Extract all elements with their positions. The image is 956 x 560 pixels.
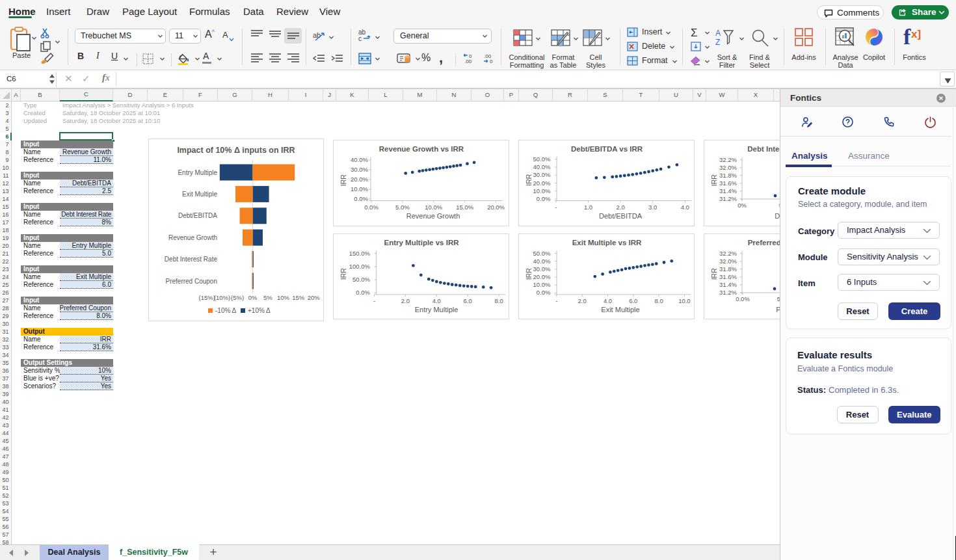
svg-text:50.0%: 50.0% <box>352 276 370 283</box>
svg-text:-: - <box>555 204 557 211</box>
svg-text:0.0%: 0.0% <box>537 195 551 202</box>
svg-text:Entry Multiple: Entry Multiple <box>415 306 458 313</box>
svg-text:40.0%: 40.0% <box>351 156 368 163</box>
svg-text:+10% Δ: +10% Δ <box>248 307 271 314</box>
svg-text:20%: 20% <box>308 294 321 301</box>
svg-text:2.0: 2.0 <box>616 204 624 211</box>
svg-text:5%: 5% <box>263 294 272 301</box>
svg-text:Revenue Growth vs IRR: Revenue Growth vs IRR <box>379 145 464 153</box>
svg-text:Revenue Growth: Revenue Growth <box>406 212 460 220</box>
svg-text:20.0%: 20.0% <box>487 204 505 211</box>
svg-text:c: c <box>358 35 362 42</box>
svg-text:50.0%: 50.0% <box>533 155 551 163</box>
svg-text:0.0%: 0.0% <box>537 289 551 296</box>
svg-text:31.4%: 31.4% <box>719 281 737 288</box>
svg-text:Z: Z <box>715 38 720 47</box>
svg-text:150.0%: 150.0% <box>349 250 371 257</box>
svg-text:A: A <box>715 29 721 38</box>
svg-text:15%: 15% <box>292 294 305 301</box>
svg-text:10.0%: 10.0% <box>351 185 368 193</box>
svg-text:IRR: IRR <box>710 268 718 280</box>
svg-text:10%: 10% <box>277 294 290 301</box>
svg-text:Debt Interest Rate vs IRR: Debt Interest Rate vs IRR <box>747 145 780 153</box>
svg-text:Entry Multiple: Entry Multiple <box>178 169 217 176</box>
svg-text:IRR: IRR <box>710 174 718 187</box>
svg-text:Exit Multiple vs IRR: Exit Multiple vs IRR <box>572 239 642 247</box>
svg-text:32.2%: 32.2% <box>719 250 737 257</box>
svg-text:31.4%: 31.4% <box>719 187 737 194</box>
svg-text:31.2%: 31.2% <box>719 195 737 202</box>
svg-text:32.2%: 32.2% <box>719 156 737 163</box>
svg-text:5.0%: 5.0% <box>395 204 410 211</box>
svg-text:32.0%: 32.0% <box>719 258 737 265</box>
svg-text:10.0%: 10.0% <box>533 281 551 288</box>
svg-text:0%: 0% <box>737 202 747 209</box>
svg-text:31.8%: 31.8% <box>719 265 737 273</box>
svg-text:Debt Interest Rate: Debt Interest Rate <box>165 256 218 263</box>
svg-text:20.0%: 20.0% <box>533 273 551 280</box>
svg-text:0.0%: 0.0% <box>736 295 750 302</box>
svg-text:1.0: 1.0 <box>584 204 592 211</box>
svg-text:6.0: 6.0 <box>464 297 472 304</box>
svg-text:Entry Multiple vs IRR: Entry Multiple vs IRR <box>384 239 459 247</box>
svg-text:0: 0 <box>490 59 493 64</box>
svg-text:(15%): (15%) <box>199 294 215 301</box>
svg-text:10.0%: 10.0% <box>425 204 442 211</box>
svg-text:Debt/EBITDA vs IRR: Debt/EBITDA vs IRR <box>571 145 643 153</box>
svg-text:IRR: IRR <box>525 268 533 280</box>
svg-text:Revenue Growth: Revenue Growth <box>168 234 217 241</box>
svg-text:2.0: 2.0 <box>578 297 587 304</box>
svg-text:50.0%: 50.0% <box>533 250 551 257</box>
svg-text:(5%): (5%) <box>231 294 244 301</box>
svg-text:2.0: 2.0 <box>401 297 410 304</box>
svg-text:4.0: 4.0 <box>604 297 612 304</box>
svg-text:Exit Multiple: Exit Multiple <box>601 306 639 313</box>
svg-text:31.2%: 31.2% <box>719 289 737 296</box>
svg-text:IRR: IRR <box>525 174 533 186</box>
svg-text:-: - <box>555 297 557 304</box>
svg-text:6.0: 6.0 <box>629 297 637 304</box>
svg-text:10.0%: 10.0% <box>533 187 551 194</box>
svg-text:31.8%: 31.8% <box>719 172 737 179</box>
svg-text:IRR: IRR <box>339 174 347 187</box>
svg-text:0%: 0% <box>248 294 258 301</box>
svg-text:40.0%: 40.0% <box>533 163 551 170</box>
svg-text:Impact of 10% Δ inputs on IRR: Impact of 10% Δ inputs on IRR <box>177 146 295 155</box>
svg-text:30.0%: 30.0% <box>533 265 551 273</box>
svg-text:30.0%: 30.0% <box>351 166 368 173</box>
svg-text:20.0%: 20.0% <box>533 180 551 187</box>
svg-text:30.0%: 30.0% <box>533 171 551 178</box>
svg-text:ab: ab <box>313 31 321 39</box>
svg-text:Exit Multiple: Exit Multiple <box>182 191 217 198</box>
svg-text:Preferred Coupon vs IRR: Preferred Coupon vs IRR <box>748 239 780 247</box>
svg-text:31.6%: 31.6% <box>719 273 737 280</box>
svg-text:0.0%: 0.0% <box>364 204 378 211</box>
svg-text:0.0%: 0.0% <box>354 195 368 202</box>
svg-text:4.0: 4.0 <box>681 204 689 211</box>
svg-text:-: - <box>373 297 375 304</box>
svg-text:40.0%: 40.0% <box>533 258 551 265</box>
svg-text:Debt/EBITDA: Debt/EBITDA <box>178 212 217 219</box>
svg-text:10.0: 10.0 <box>678 297 691 304</box>
svg-text:IRR: IRR <box>339 268 347 280</box>
svg-text:15.0%: 15.0% <box>456 204 473 211</box>
svg-text:100.0%: 100.0% <box>349 263 371 270</box>
svg-text:8.0: 8.0 <box>494 297 503 304</box>
svg-text:20.0%: 20.0% <box>351 176 368 183</box>
svg-text:3.0: 3.0 <box>648 204 657 211</box>
svg-text:8.0: 8.0 <box>654 297 663 304</box>
svg-text:0.0%: 0.0% <box>356 289 370 296</box>
svg-text:32.0%: 32.0% <box>719 164 737 171</box>
svg-text:31.6%: 31.6% <box>719 180 737 187</box>
svg-text:.00: .00 <box>464 59 472 64</box>
svg-text:Debt/EBITDA: Debt/EBITDA <box>599 212 643 220</box>
svg-text:Debt Interest Rate: Debt Interest Rate <box>775 212 780 220</box>
svg-text:(10%): (10%) <box>214 294 230 301</box>
svg-text:Preferred Coupon: Preferred Coupon <box>166 278 218 285</box>
svg-text:4.0: 4.0 <box>432 297 441 304</box>
svg-text:-10% Δ: -10% Δ <box>215 307 237 314</box>
